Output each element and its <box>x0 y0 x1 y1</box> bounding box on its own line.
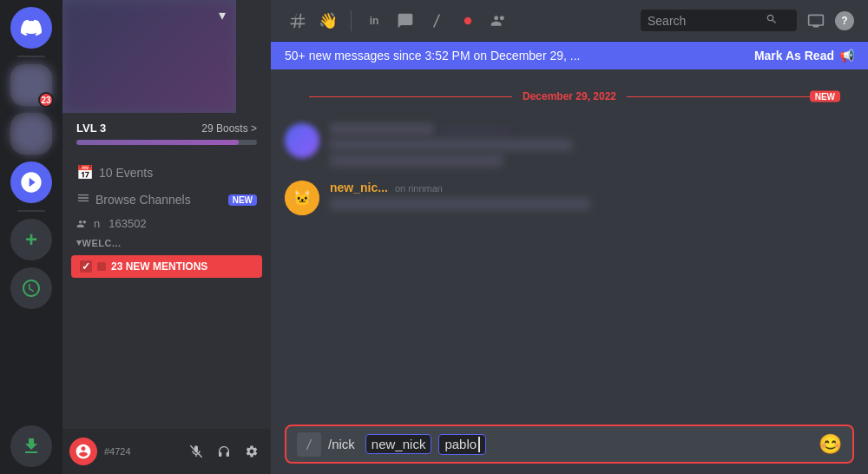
browse-new-badge: NEW <box>228 194 257 206</box>
message-content-2: new_nic... on rinnman <box>330 181 854 214</box>
input-area: /nick new_nick pablo 😊 <box>271 414 868 474</box>
search-input[interactable] <box>648 14 760 28</box>
msg-time-blurred <box>441 126 510 135</box>
server-boosts[interactable]: 29 Boosts > <box>201 122 257 135</box>
mark-as-read-button[interactable]: Mark As Read 📢 <box>754 49 854 63</box>
category-welc[interactable]: ▾ WELC... <box>62 234 271 250</box>
msg-text-blurred-2 <box>330 155 503 167</box>
settings-button[interactable] <box>240 439 264 464</box>
input-right: 😊 <box>819 433 842 456</box>
input-slash-button[interactable] <box>297 432 321 457</box>
message-avatar-1 <box>285 123 319 158</box>
message-row-2: new_nic... on rinnman <box>285 181 854 215</box>
wave-icon[interactable]: 👋 <box>316 9 340 33</box>
svg-point-2 <box>464 16 471 23</box>
input-arg1: new_nick <box>365 434 432 454</box>
msg-username-blurred <box>330 123 434 135</box>
download-button[interactable] <box>10 425 52 467</box>
boost-progress-bar <box>76 140 257 145</box>
member-count-icon: n <box>94 217 100 230</box>
server-icon-1[interactable]: 23 <box>10 64 52 106</box>
member-count: n 163502 <box>62 214 271 234</box>
server-badge-1: 23 <box>38 92 54 108</box>
message-row-1 <box>285 123 854 167</box>
msg-text-2-blurred <box>330 198 590 210</box>
new-badge: NEW <box>810 91 840 102</box>
user-avatar <box>69 438 97 465</box>
inbox-icon[interactable]: in <box>362 9 386 33</box>
server-level: LVL 3 <box>76 122 106 135</box>
headset-button[interactable] <box>212 439 236 464</box>
toolbar-divider-1 <box>351 10 352 31</box>
server-level-area: LVL 3 29 Boosts > <box>62 113 271 152</box>
user-controls <box>184 439 264 464</box>
user-area: #4724 <box>62 429 271 474</box>
channel-sidebar: ▾ LVL 3 29 Boosts > 📅 10 Events <box>62 0 271 474</box>
emoji-button[interactable]: 😊 <box>819 433 842 455</box>
flag-icon[interactable] <box>456 9 480 33</box>
mute-button[interactable] <box>184 439 208 464</box>
msg-text-blurred-1 <box>330 139 573 151</box>
text-cursor <box>478 437 480 452</box>
hash-icon[interactable] <box>285 9 309 33</box>
mentions-bar[interactable]: ✓ 23 NEW MENTIONS <box>71 255 262 278</box>
boost-fill <box>76 140 239 145</box>
channel-list: 📅 10 Events Browse Channels NEW n 163502… <box>62 152 271 429</box>
user-info: #4724 <box>104 446 177 457</box>
monitor-icon[interactable] <box>804 9 828 33</box>
browse-channels-icon <box>76 191 90 208</box>
server-divider-2 <box>17 210 45 212</box>
server-sidebar: 23 + <box>0 0 62 474</box>
input-command: /nick <box>328 426 362 462</box>
message-avatar-2 <box>285 181 319 215</box>
threads-icon[interactable] <box>393 9 418 33</box>
member-search-icon[interactable] <box>487 9 511 33</box>
browse-channels-item[interactable]: Browse Channels NEW <box>62 186 271 214</box>
search-bar[interactable] <box>641 10 797 31</box>
server-icon-3[interactable] <box>10 161 52 203</box>
new-message-text: 50+ new messages since 3:52 PM on Decemb… <box>285 49 580 63</box>
mentions-checkbox: ✓ <box>80 260 92 273</box>
user-tag: #4724 <box>104 446 177 457</box>
events-icon: 📅 <box>76 164 94 181</box>
slash-icon[interactable] <box>424 9 449 33</box>
discover-button[interactable] <box>10 267 52 309</box>
server-banner[interactable]: ▾ <box>62 0 236 113</box>
date-divider: December 29, 2022 NEW <box>285 83 854 109</box>
main-content: 👋 in <box>271 0 868 474</box>
server-icon-2[interactable] <box>10 113 52 155</box>
member-icon <box>76 218 89 230</box>
add-server-button[interactable]: + <box>10 219 52 260</box>
events-item[interactable]: 📅 10 Events <box>62 159 271 186</box>
input-arg2: pablo <box>438 434 486 455</box>
help-icon[interactable]: ? <box>835 11 854 30</box>
msg-username-2: new_nic... <box>330 181 388 194</box>
discord-icon[interactable] <box>10 7 52 49</box>
mentions-red-dot <box>97 262 106 271</box>
server-divider <box>17 56 45 57</box>
messages-area: December 29, 2022 NEW new_nic... <box>271 69 868 414</box>
toolbar: 👋 in <box>271 0 868 42</box>
message-content-1 <box>330 123 854 167</box>
input-box: /nick new_nick pablo 😊 <box>285 425 854 464</box>
new-message-bar: 50+ new messages since 3:52 PM on Decemb… <box>271 42 868 69</box>
msg-time-2: on rinnman <box>395 183 443 194</box>
mark-read-icon: 📢 <box>839 49 854 63</box>
search-icon[interactable] <box>766 13 778 28</box>
server-header-chevron: ▾ <box>219 7 226 23</box>
